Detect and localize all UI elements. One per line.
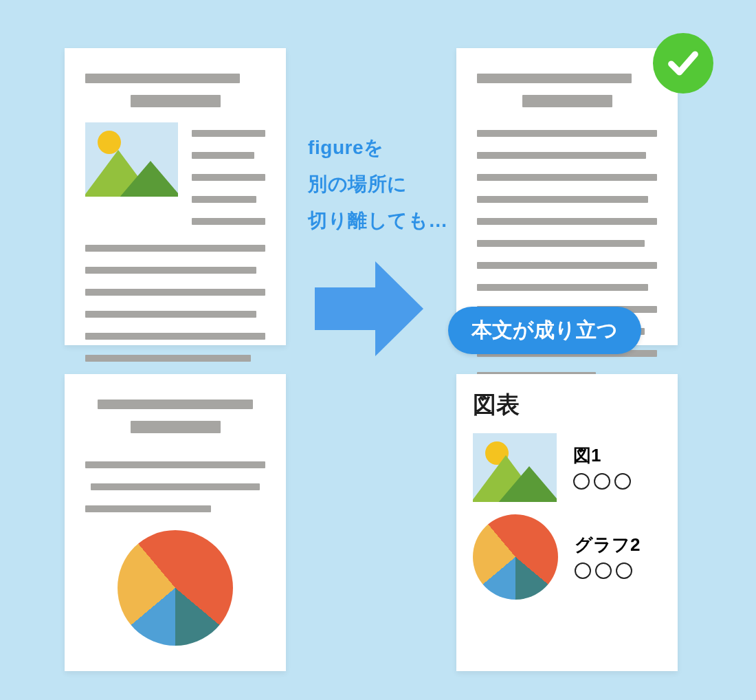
figure-placeholder-text bbox=[573, 473, 635, 492]
pie-chart-icon bbox=[473, 514, 558, 600]
text-line bbox=[91, 483, 260, 490]
figure-placeholder-text bbox=[575, 562, 640, 582]
text-line bbox=[477, 218, 657, 225]
text-line bbox=[85, 267, 256, 274]
text-line bbox=[98, 400, 252, 409]
result-badge: 本文が成り立つ bbox=[448, 307, 641, 354]
text-line bbox=[477, 196, 648, 203]
text-line bbox=[192, 130, 265, 137]
text-line bbox=[477, 240, 645, 247]
text-line bbox=[477, 174, 657, 181]
text-line bbox=[192, 218, 265, 225]
text-line bbox=[477, 130, 657, 137]
text-line bbox=[192, 152, 254, 159]
text-line bbox=[477, 152, 646, 159]
text-line bbox=[85, 505, 211, 512]
text-line bbox=[85, 74, 240, 83]
doc-page-left-top bbox=[65, 48, 286, 345]
text-line bbox=[85, 311, 256, 318]
text-line bbox=[192, 174, 265, 181]
doc-page-left-bottom bbox=[65, 374, 286, 671]
text-line bbox=[85, 355, 251, 362]
text-line bbox=[85, 289, 265, 296]
arrow-right-icon bbox=[315, 261, 425, 358]
checkmark-badge-icon bbox=[653, 33, 713, 94]
figure-label: 図1 bbox=[573, 444, 635, 468]
landscape-image-icon bbox=[473, 433, 557, 502]
text-line bbox=[477, 284, 648, 291]
text-line bbox=[85, 461, 265, 468]
doc-page-right-bottom: 図表 図1 グラフ2 bbox=[456, 374, 678, 671]
figure-item: 図1 bbox=[473, 433, 661, 502]
figure-label: グラフ2 bbox=[575, 533, 640, 557]
text-line bbox=[477, 74, 632, 83]
text-line bbox=[477, 262, 657, 269]
explain-text: figureを 別の場所に 切り離しても… bbox=[308, 129, 448, 239]
text-line bbox=[131, 421, 221, 433]
pie-chart-icon bbox=[118, 530, 233, 646]
doc-page-right-top bbox=[456, 48, 678, 345]
figure-item: グラフ2 bbox=[473, 514, 661, 600]
text-line bbox=[522, 95, 612, 107]
text-line bbox=[192, 196, 256, 203]
figures-section-heading: 図表 bbox=[473, 389, 661, 421]
text-line bbox=[85, 245, 265, 252]
text-line bbox=[131, 95, 221, 107]
landscape-image-icon bbox=[85, 122, 178, 197]
text-line bbox=[85, 333, 265, 340]
